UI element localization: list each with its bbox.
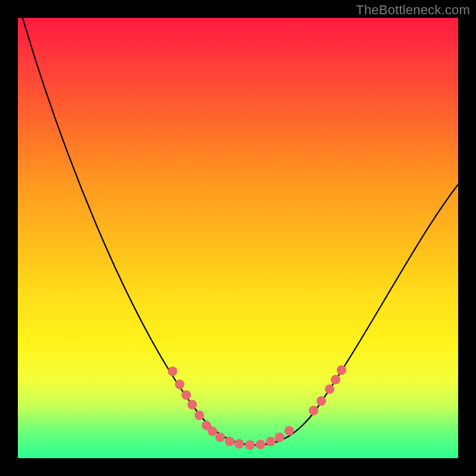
marker-dot	[317, 396, 326, 406]
marker-dot	[284, 426, 294, 436]
chart-frame: TheBottleneck.com	[0, 0, 476, 476]
marker-dot	[187, 400, 197, 409]
plot-area	[18, 18, 458, 458]
marker-dot	[234, 439, 244, 449]
marker-dot	[181, 390, 191, 400]
marker-dot	[245, 440, 255, 450]
marker-dot	[256, 440, 265, 449]
marker-dot	[275, 433, 284, 442]
marker-dot	[337, 365, 346, 375]
marker-dot	[168, 367, 177, 376]
marker-dot	[325, 384, 334, 394]
marker-dot	[175, 380, 184, 389]
marker-dot	[225, 437, 234, 446]
chart-svg	[18, 18, 458, 458]
marker-dot	[195, 411, 204, 420]
marker-group	[168, 365, 346, 450]
bottleneck-curve	[23, 18, 458, 445]
marker-dot	[331, 375, 340, 384]
watermark-text: TheBottleneck.com	[356, 2, 470, 18]
marker-dot	[215, 433, 225, 442]
marker-dot	[309, 406, 318, 415]
marker-dot	[266, 437, 275, 446]
marker-dot	[208, 427, 217, 436]
